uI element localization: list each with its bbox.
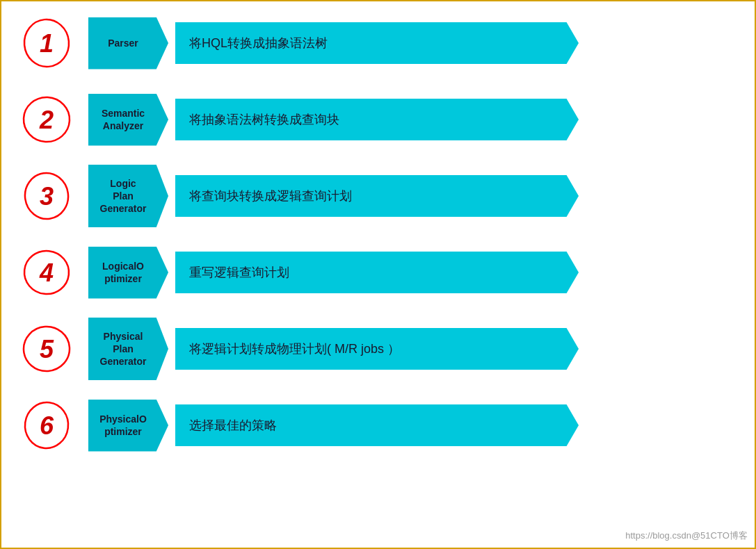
step-description-3: 将查询块转换成逻辑查询计划 (175, 175, 579, 217)
step-label-2: SemanticAnalyzer (88, 94, 168, 146)
circle-number-1: 1 (15, 12, 78, 74)
circle-number-4: 4 (15, 241, 78, 304)
step-label-5: PhysicalPlanGenerator (88, 318, 168, 380)
step-label-3: LogicPlanGenerator (88, 165, 168, 227)
main-container: 1 Parser将HQL转换成抽象语法树 2 SemanticAnalyzer将… (0, 0, 756, 549)
step-description-4: 重写逻辑查询计划 (175, 252, 579, 293)
svg-text:6: 6 (39, 411, 54, 440)
step-row-2: 2 SemanticAnalyzer将抽象语法树转换成查询块 (15, 85, 741, 154)
svg-text:4: 4 (38, 259, 53, 287)
step-row-6: 6 PhysicalOptimizer选择最佳的策略 (15, 391, 741, 460)
step-row-1: 1 Parser将HQL转换成抽象语法树 (15, 8, 741, 78)
step-row-3: 3 LogicPlanGenerator将查询块转换成逻辑查询计划 (15, 161, 741, 231)
circle-number-6: 6 (15, 394, 78, 457)
step-row-5: 5 PhysicalPlanGenerator将逻辑计划转成物理计划( M/R … (15, 314, 741, 384)
step-description-5: 将逻辑计划转成物理计划( M/R jobs ） (175, 328, 579, 370)
step-label-1: Parser (88, 17, 168, 69)
step-label-6: PhysicalOptimizer (88, 400, 168, 452)
svg-text:3: 3 (39, 182, 53, 211)
svg-text:1: 1 (39, 29, 53, 58)
step-description-2: 将抽象语法树转换成查询块 (175, 99, 579, 140)
svg-text:2: 2 (38, 106, 53, 134)
circle-number-5: 5 (15, 318, 78, 380)
step-row-4: 4 LogicalOptimizer重写逻辑查询计划 (15, 238, 741, 307)
step-description-6: 选择最佳的策略 (175, 404, 579, 446)
step-label-4: LogicalOptimizer (88, 247, 168, 299)
circle-number-3: 3 (15, 165, 78, 227)
circle-number-2: 2 (15, 88, 78, 151)
svg-text:5: 5 (39, 335, 54, 363)
watermark: https://blog.csdn@51CTО博客 (625, 530, 748, 542)
step-description-1: 将HQL转换成抽象语法树 (175, 22, 579, 64)
